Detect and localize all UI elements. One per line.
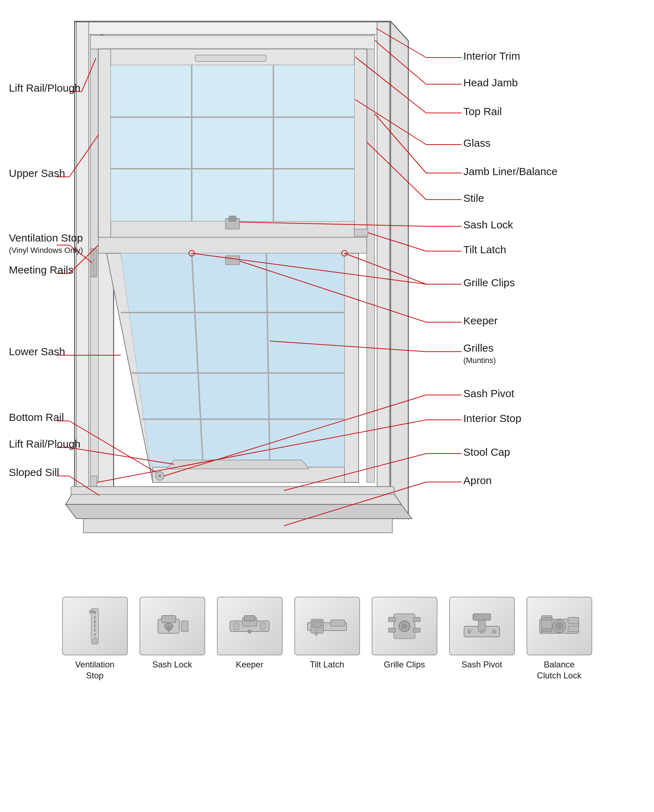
label-bottom-rail: Bottom Rail (9, 411, 64, 423)
icon-item-tilt-latch: Tilt Latch (292, 597, 362, 670)
svg-rect-4 (76, 22, 390, 34)
label-lift-rail-bottom: Lift Rail/Plough (9, 438, 81, 450)
svg-rect-119 (313, 621, 322, 627)
label-keeper: Keeper (463, 315, 498, 326)
svg-rect-26 (229, 216, 236, 221)
svg-point-134 (492, 630, 496, 633)
svg-rect-96 (89, 610, 93, 613)
icon-item-sash-lock: Sash Lock (137, 597, 208, 670)
label-sash-lock: Sash Lock (463, 219, 513, 231)
label-meeting-rails: Meeting Rails (9, 264, 73, 276)
svg-rect-113 (244, 616, 255, 621)
svg-rect-116 (260, 623, 266, 630)
svg-rect-109 (181, 621, 188, 632)
label-lower-sash: Lower Sash (9, 346, 65, 357)
sash-pivot-label: Sash Pivot (461, 659, 503, 670)
label-sloped-sill: Sloped Sill (9, 466, 59, 478)
icons-section: VentilationStop Sash Lock (0, 590, 654, 695)
svg-rect-44 (90, 249, 97, 277)
svg-point-102 (94, 625, 96, 627)
svg-rect-141 (568, 617, 579, 624)
svg-rect-144 (542, 629, 552, 632)
svg-point-103 (94, 629, 96, 631)
svg-rect-124 (388, 617, 396, 622)
balance-clutch-lock-label: BalanceClutch Lock (537, 659, 581, 681)
label-top-rail: Top Rail (463, 106, 502, 117)
svg-marker-30 (344, 253, 359, 482)
svg-marker-32 (153, 467, 344, 482)
svg-marker-31 (121, 253, 344, 482)
icon-item-grille-clips: Grille Clips (369, 597, 440, 670)
label-grilles: Grilles (463, 342, 494, 354)
svg-rect-143 (542, 617, 552, 620)
tilt-latch-icon-box (294, 597, 360, 655)
diagram-container: Lift Rail/Plough Upper Sash Ventilation … (0, 0, 654, 675)
svg-rect-38 (225, 256, 240, 265)
label-head-jamb: Head Jamb (463, 77, 518, 89)
grille-clips-label: Grille Clips (384, 659, 425, 670)
ventilation-stop-label: VentilationStop (75, 659, 115, 681)
svg-rect-125 (413, 617, 420, 622)
svg-rect-13 (83, 518, 392, 533)
ventilation-stop-icon-box (62, 597, 128, 655)
svg-rect-120 (330, 620, 345, 626)
svg-rect-27 (355, 229, 368, 236)
svg-point-133 (468, 630, 471, 633)
svg-rect-24 (195, 55, 266, 61)
svg-point-114 (248, 630, 251, 633)
icon-item-keeper: Keeper (214, 597, 285, 670)
label-glass: Glass (463, 137, 490, 149)
svg-point-101 (94, 621, 96, 622)
svg-rect-18 (355, 49, 367, 237)
svg-rect-6 (377, 22, 390, 498)
label-sash-pivot: Sash Pivot (463, 387, 515, 399)
label-tilt-latch: Tilt Latch (463, 244, 506, 255)
svg-rect-43 (71, 486, 394, 494)
label-upper-sash: Upper Sash (9, 167, 65, 179)
svg-marker-12 (66, 505, 412, 518)
label-lift-rail-top: Lift Rail/Plough (9, 82, 81, 94)
sash-lock-icon-box (139, 597, 205, 655)
balance-clutch-lock-icon-box (527, 597, 592, 655)
svg-rect-99 (93, 639, 97, 644)
label-apron: Apron (463, 474, 492, 486)
label-jamb-liner: Jamb Liner/Balance (463, 165, 558, 177)
svg-point-40 (158, 474, 162, 478)
label-interior-stop: Interior Stop (463, 412, 521, 424)
svg-rect-28 (98, 237, 367, 253)
svg-point-104 (94, 633, 96, 635)
label-interior-trim: Interior Trim (463, 50, 520, 62)
svg-rect-17 (98, 49, 111, 237)
svg-rect-10 (367, 49, 374, 482)
svg-rect-106 (162, 616, 176, 623)
svg-rect-132 (473, 614, 490, 620)
svg-marker-122 (314, 633, 319, 636)
grille-clips-icon-box (372, 597, 437, 655)
icon-item-ventilation-stop: VentilationStop (59, 597, 130, 681)
svg-point-140 (558, 625, 561, 628)
label-ventilation-stop: Ventilation Stop (9, 232, 83, 244)
label-ventilation-stop-sub: (Vinyl Windows Only) (9, 246, 83, 255)
svg-rect-8 (90, 35, 374, 49)
window-diagram-svg: Lift Rail/Plough Upper Sash Ventilation … (0, 0, 654, 675)
icon-item-balance-clutch-lock: BalanceClutch Lock (524, 597, 595, 681)
svg-rect-115 (234, 623, 239, 630)
icon-item-sash-pivot: Sash Pivot (446, 597, 517, 670)
keeper-label: Keeper (236, 659, 263, 670)
label-stile: Stile (463, 192, 484, 204)
svg-rect-127 (413, 628, 420, 632)
svg-point-100 (94, 616, 96, 618)
svg-rect-126 (388, 628, 396, 632)
svg-marker-41 (167, 460, 309, 469)
sash-lock-label: Sash Lock (152, 659, 192, 670)
label-grilles-sub: (Muntins) (463, 356, 496, 365)
svg-rect-19 (111, 65, 355, 221)
svg-point-135 (480, 630, 484, 633)
svg-marker-2 (391, 21, 408, 518)
tilt-latch-label: Tilt Latch (310, 659, 344, 670)
sash-pivot-icon-box (449, 597, 515, 655)
label-stool-cap: Stool Cap (463, 446, 510, 458)
svg-rect-142 (568, 626, 579, 632)
svg-point-129 (402, 624, 407, 629)
keeper-icon-box (217, 597, 283, 655)
